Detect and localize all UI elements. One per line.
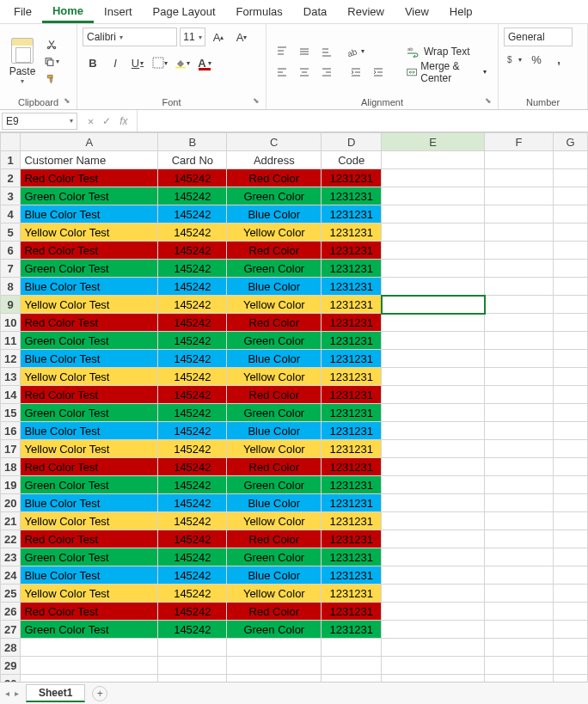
comma-format-button[interactable]: , bbox=[548, 50, 569, 69]
cell-B24[interactable]: 145242 bbox=[158, 566, 227, 585]
row-header-9[interactable]: 9 bbox=[1, 296, 21, 314]
cell-G15[interactable] bbox=[553, 404, 587, 422]
cell-F20[interactable] bbox=[485, 494, 554, 512]
cell-F4[interactable] bbox=[485, 205, 554, 223]
row-header-5[interactable]: 5 bbox=[1, 223, 21, 242]
cell-D4[interactable]: 1231231 bbox=[322, 205, 382, 223]
cell-A12[interactable]: Blue Color Test bbox=[21, 350, 158, 368]
cell-B15[interactable]: 145242 bbox=[158, 404, 227, 422]
cell-E17[interactable] bbox=[382, 440, 485, 458]
cell-C12[interactable]: Blue Color bbox=[227, 350, 322, 368]
cell-F2[interactable] bbox=[485, 169, 554, 187]
cell-G23[interactable] bbox=[553, 548, 587, 566]
col-header-D[interactable]: D bbox=[322, 133, 382, 151]
cell-A21[interactable]: Yellow Color Test bbox=[21, 512, 158, 530]
cell-A14[interactable]: Red Color Test bbox=[21, 386, 158, 404]
cell-D14[interactable]: 1231231 bbox=[322, 386, 382, 404]
borders-button[interactable]: ▾ bbox=[150, 53, 170, 72]
cell-B4[interactable]: 145242 bbox=[158, 205, 227, 223]
cell-A19[interactable]: Green Color Test bbox=[21, 476, 158, 494]
row-header-11[interactable]: 11 bbox=[1, 332, 21, 350]
cell-C2[interactable]: Red Color bbox=[227, 169, 322, 187]
cell-A17[interactable]: Yellow Color Test bbox=[21, 440, 158, 458]
cell-F21[interactable] bbox=[485, 512, 554, 530]
name-box[interactable]: E9 ▾ bbox=[2, 113, 77, 130]
bold-button[interactable]: B bbox=[83, 53, 103, 72]
cell-F26[interactable] bbox=[485, 603, 554, 621]
row-header-21[interactable]: 21 bbox=[1, 512, 21, 530]
cell-F27[interactable] bbox=[485, 621, 554, 639]
cell-A26[interactable]: Red Color Test bbox=[21, 603, 158, 621]
cell-B22[interactable]: 145242 bbox=[158, 530, 227, 548]
cell-D5[interactable]: 1231231 bbox=[322, 223, 382, 242]
cell-D17[interactable]: 1231231 bbox=[322, 440, 382, 458]
cell-B23[interactable]: 145242 bbox=[158, 548, 227, 566]
cell-C8[interactable]: Blue Color bbox=[227, 278, 322, 296]
cell-G11[interactable] bbox=[553, 332, 587, 350]
cell-C20[interactable]: Blue Color bbox=[227, 494, 322, 512]
align-center-button[interactable] bbox=[294, 63, 315, 82]
decrease-font-button[interactable]: A▾ bbox=[231, 28, 252, 46]
cell-E29[interactable] bbox=[382, 657, 485, 675]
row-header-26[interactable]: 26 bbox=[1, 603, 21, 621]
cell-G5[interactable] bbox=[553, 223, 587, 242]
cell-C1[interactable]: Address bbox=[227, 151, 322, 169]
cell-D24[interactable]: 1231231 bbox=[322, 566, 382, 585]
cell-G20[interactable] bbox=[553, 494, 587, 512]
cell-B6[interactable]: 145242 bbox=[158, 242, 227, 260]
cell-B9[interactable]: 145242 bbox=[158, 296, 227, 314]
cell-G1[interactable] bbox=[553, 151, 587, 169]
number-format-dropdown[interactable]: General bbox=[504, 28, 573, 46]
cell-D25[interactable]: 1231231 bbox=[322, 585, 382, 603]
cell-E27[interactable] bbox=[382, 621, 485, 639]
cell-B10[interactable]: 145242 bbox=[158, 314, 227, 332]
cell-C25[interactable]: Yellow Color bbox=[227, 585, 322, 603]
cell-C9[interactable]: Yellow Color bbox=[227, 296, 322, 314]
cell-A28[interactable] bbox=[21, 639, 158, 657]
cell-A30[interactable] bbox=[21, 675, 158, 683]
row-header-12[interactable]: 12 bbox=[1, 350, 21, 368]
row-header-16[interactable]: 16 bbox=[1, 422, 21, 440]
cell-D13[interactable]: 1231231 bbox=[322, 368, 382, 386]
add-sheet-button[interactable]: + bbox=[92, 686, 107, 701]
increase-indent-button[interactable] bbox=[368, 63, 389, 82]
col-header-F[interactable]: F bbox=[485, 133, 554, 151]
cell-A22[interactable]: Red Color Test bbox=[21, 530, 158, 548]
cell-E14[interactable] bbox=[382, 386, 485, 404]
cell-E18[interactable] bbox=[382, 458, 485, 476]
cell-A9[interactable]: Yellow Color Test bbox=[21, 296, 158, 314]
cell-G28[interactable] bbox=[553, 639, 587, 657]
cell-F29[interactable] bbox=[485, 657, 554, 675]
cell-C15[interactable]: Green Color bbox=[227, 404, 322, 422]
cell-B7[interactable]: 145242 bbox=[158, 260, 227, 278]
cell-D22[interactable]: 1231231 bbox=[322, 530, 382, 548]
cell-B13[interactable]: 145242 bbox=[158, 368, 227, 386]
cell-A18[interactable]: Red Color Test bbox=[21, 458, 158, 476]
cell-D3[interactable]: 1231231 bbox=[322, 187, 382, 205]
cell-E28[interactable] bbox=[382, 639, 485, 657]
cell-C11[interactable]: Green Color bbox=[227, 332, 322, 350]
cell-E8[interactable] bbox=[382, 278, 485, 296]
percent-format-button[interactable]: % bbox=[526, 50, 547, 69]
cell-A25[interactable]: Yellow Color Test bbox=[21, 585, 158, 603]
row-header-25[interactable]: 25 bbox=[1, 585, 21, 603]
row-header-30[interactable]: 30 bbox=[1, 675, 21, 683]
cell-F12[interactable] bbox=[485, 350, 554, 368]
cell-A7[interactable]: Green Color Test bbox=[21, 260, 158, 278]
cell-B8[interactable]: 145242 bbox=[158, 278, 227, 296]
cell-E9[interactable] bbox=[382, 296, 485, 314]
merge-center-button[interactable]: Merge & Center ▾ bbox=[401, 63, 493, 82]
cell-G10[interactable] bbox=[553, 314, 587, 332]
cell-F24[interactable] bbox=[485, 566, 554, 585]
cell-D26[interactable]: 1231231 bbox=[322, 603, 382, 621]
cell-B27[interactable]: 145242 bbox=[158, 621, 227, 639]
cell-A11[interactable]: Green Color Test bbox=[21, 332, 158, 350]
sheet-tab-active[interactable]: Sheet1 bbox=[26, 684, 85, 702]
cell-E5[interactable] bbox=[382, 223, 485, 242]
cell-F1[interactable] bbox=[485, 151, 554, 169]
cell-G7[interactable] bbox=[553, 260, 587, 278]
row-header-3[interactable]: 3 bbox=[1, 187, 21, 205]
paste-button[interactable]: Paste ▾ bbox=[5, 38, 40, 85]
fill-color-button[interactable]: ▾ bbox=[172, 53, 193, 72]
cell-F23[interactable] bbox=[485, 548, 554, 566]
